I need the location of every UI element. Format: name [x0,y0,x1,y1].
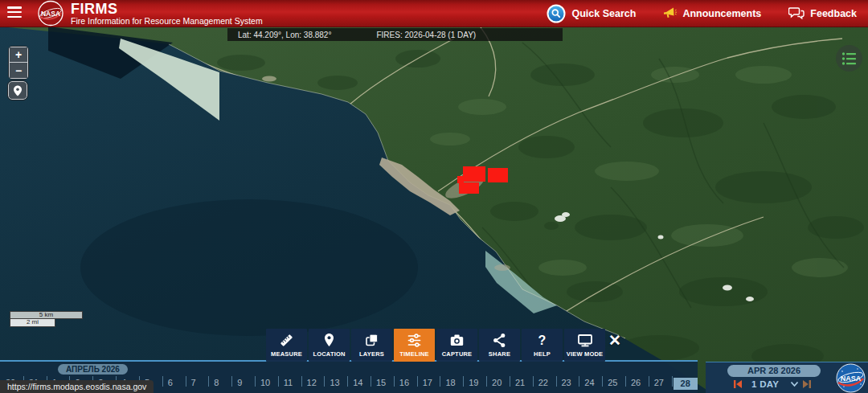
timeline-day-18[interactable]: 18 [440,375,463,393]
timeline-day-25[interactable]: 25 [602,375,625,393]
toolbar-close-button[interactable]: ✕ [605,331,624,350]
fire-detection-box[interactable] [488,168,508,182]
app-title-block: FIRMS Fire Information for Resource Mana… [71,2,263,26]
skip-back-icon[interactable] [733,379,743,389]
timeline-day-19[interactable]: 19 [463,375,486,393]
timeline-day-7[interactable]: 7 [186,375,209,393]
current-date-label: APR 28 2026 [727,365,821,377]
timeline-day-22[interactable]: 22 [533,375,556,393]
timeline-day-24[interactable]: 24 [579,375,602,393]
map-scale: 5 km 2 mi [10,311,83,327]
zoom-controls: + − [8,46,29,80]
sliders-icon [407,333,422,348]
announcements-label: Announcements [682,8,761,19]
share-icon [492,333,507,348]
zoom-in-button[interactable]: + [9,47,28,63]
svg-text:?: ? [538,334,547,347]
timeline-day-26[interactable]: 26 [625,375,649,393]
feedback-button[interactable]: Feedback [788,6,857,20]
timeline-day-8[interactable]: 8 [208,375,231,393]
timeline-day-6[interactable]: 6 [162,375,186,393]
fire-detection-box[interactable] [459,182,479,194]
timeline-day-10[interactable]: 10 [255,375,278,393]
svg-text:NASA: NASA [841,375,862,383]
capture-button[interactable]: CAPTURE [436,329,477,362]
help-button[interactable]: ? HELP [522,329,563,362]
timeline-button[interactable]: TIMELINE [394,329,435,362]
timeline-day-17[interactable]: 17 [417,375,440,393]
status-bar: Lat: 44.209°, Lon: 38.882° FIRES: 2026-0… [227,28,563,41]
timeline-day-11[interactable]: 11 [278,375,301,393]
timeline-day-15[interactable]: 15 [371,375,394,393]
timeline-day-20[interactable]: 20 [486,375,510,393]
nasa-logo[interactable]: NASA [37,0,64,30]
scale-km: 5 km [10,311,83,319]
megaphone-icon [663,7,677,20]
app-header: NASA FIRMS Fire Information for Resource… [0,0,868,27]
legend-button[interactable] [836,45,862,72]
share-button[interactable]: SHARE [479,329,520,362]
header-nav: Quick Search Announcements Feedback [547,0,857,27]
app-title: FIRMS [71,2,263,16]
timeline-day-14[interactable]: 14 [347,375,371,393]
fire-detection-box[interactable] [457,176,464,183]
coordinates-readout: Lat: 44.209°, Lon: 38.882° [238,31,331,39]
layers-icon [364,333,379,348]
timeline-month-label: АПРЕЛЬ 2026 [58,364,128,375]
search-icon [547,4,566,23]
timeline-day-28[interactable]: 28 [672,375,698,393]
map-toolbar: MEASURE LOCATION LAYERS [266,329,605,362]
announcements-button[interactable]: Announcements [663,7,761,20]
firms-app: NASA FIRMS Fire Information for Resource… [0,0,868,393]
app-subtitle: Fire Information for Resource Management… [71,17,263,26]
timeline-day-16[interactable]: 16 [394,375,417,393]
timeline-day-27[interactable]: 27 [649,375,672,393]
zoom-out-button[interactable]: − [9,63,28,79]
fire-detection-box[interactable] [463,166,485,182]
camera-icon [449,333,465,348]
skip-forward-icon[interactable] [802,379,812,389]
interval-select[interactable]: 1 DAY [751,379,779,389]
view-mode-button[interactable]: VIEW MODE [564,329,605,362]
location-pin-icon [13,85,23,96]
pin-icon [321,333,337,348]
fires-date-readout: FIRES: 2026-04-28 (1 DAY) [376,31,476,39]
quick-search-label: Quick Search [571,8,636,19]
measure-button[interactable]: MEASURE [266,329,307,362]
legend-list-icon [841,51,857,66]
location-button[interactable]: LOCATION [309,329,350,362]
layers-button[interactable]: LAYERS [351,329,392,362]
timeline-day-23[interactable]: 23 [556,375,579,393]
timeline-day-9[interactable]: 9 [231,375,255,393]
feedback-label: Feedback [810,8,857,19]
timeline-day-21[interactable]: 21 [510,375,533,393]
timeline-day-13[interactable]: 13 [324,375,347,393]
question-icon: ? [534,333,550,348]
status-url-tooltip: https://firms.modaps.eosdis.nasa.gov [0,380,154,393]
menu-icon[interactable] [7,6,22,19]
scale-mi: 2 mi [10,319,55,327]
nasa-logo-footer[interactable]: NASA [836,363,866,393]
date-panel: APR 28 2026 1 DAY NASA [706,362,868,393]
feedback-icon [788,6,805,20]
chevron-down-icon[interactable] [790,381,799,387]
timeline-day-12[interactable]: 12 [301,375,325,393]
locate-me-button[interactable] [8,81,27,100]
quick-search-button[interactable]: Quick Search [547,4,636,23]
playback-controls: 1 DAY [733,379,812,389]
monitor-icon [576,333,594,348]
ruler-icon [279,333,294,348]
svg-text:NASA: NASA [41,10,60,18]
